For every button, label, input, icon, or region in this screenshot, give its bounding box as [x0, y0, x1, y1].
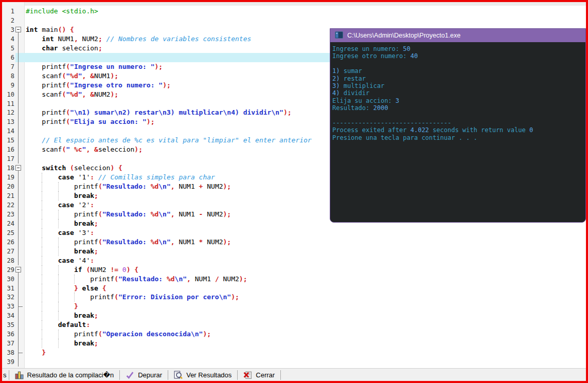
line-number: 11 — [2, 99, 14, 108]
fold-toggle[interactable] — [15, 165, 21, 171]
line-number: 19 — [2, 173, 14, 182]
line-number: 22 — [2, 200, 14, 210]
line-number: 30 — [2, 275, 14, 284]
line-number: 24 — [2, 219, 14, 228]
console-line: 1) sumar — [332, 67, 585, 75]
code-text: printf("Error: Division por cero\n"); — [26, 293, 239, 302]
line-number: 21 — [2, 191, 14, 200]
console-line: Ingrese un numero: 50 — [332, 45, 585, 52]
console-line: 3) multiplicar — [332, 82, 585, 89]
code-line: 27 break; — [2, 247, 586, 256]
line-number: 35 — [2, 320, 14, 330]
code-text: } — [26, 348, 46, 357]
code-line: 31 } else { — [2, 284, 586, 293]
tab-label: Ver Resultados — [186, 371, 231, 379]
line-number: 36 — [2, 330, 14, 339]
code-text: case '4': — [26, 256, 94, 265]
code-text: break; — [26, 219, 98, 228]
code-text: int NUM1, NUM2; // Nombres de variables … — [26, 34, 251, 44]
console-window[interactable]: C:\Users\Admin\Desktop\Proyecto1.exe Ing… — [330, 28, 586, 223]
code-text: printf("Resultado: %d\n", NUM1 - NUM2); — [26, 210, 231, 219]
code-line: 37 break; — [2, 339, 586, 348]
tab-ver-resultados[interactable]: Ver Resultados — [168, 369, 237, 381]
fold-end-tick — [18, 353, 23, 353]
line-number: 25 — [2, 228, 14, 238]
line-number: 7 — [2, 62, 14, 71]
code-text: #include <stdio.h> — [26, 7, 98, 16]
code-text: default: — [26, 320, 90, 330]
line-number: 15 — [2, 136, 14, 145]
code-text: break; — [26, 339, 98, 348]
code-line: 1#include <stdio.h> — [2, 7, 586, 16]
fold-guide-line — [18, 284, 19, 293]
code-line: 2 — [2, 16, 586, 25]
code-text: printf("Resultado: %d\n", NUM1 / NUM2); — [26, 275, 247, 284]
code-text: if (NUM2 != 0) { — [26, 265, 138, 275]
code-line: 28 case '4': — [2, 256, 586, 265]
fold-guide-line — [18, 99, 19, 108]
code-text: printf("Ingrese un numero: "); — [26, 62, 163, 71]
code-line: 35 default: — [2, 320, 586, 330]
code-text: case '3': — [26, 228, 94, 238]
fold-guide-line — [18, 293, 19, 302]
tab-cerrar[interactable]: Cerrar — [238, 369, 280, 381]
fold-toggle[interactable] — [15, 27, 21, 32]
console-title: C:\Users\Admin\Desktop\Proyecto1.exe — [347, 32, 460, 39]
line-number: 29 — [2, 265, 14, 275]
fold-guide-line — [18, 330, 19, 339]
fold-guide-line — [18, 62, 19, 71]
check-icon — [126, 371, 134, 379]
code-text: break; — [26, 191, 98, 200]
line-number: 27 — [2, 247, 14, 256]
fold-guide-line — [18, 126, 19, 136]
console-app-icon — [335, 31, 343, 40]
fold-guide-line — [18, 228, 19, 238]
tab-depurar[interactable]: Depurar — [120, 369, 168, 381]
code-line: 30 printf("Resultado: %d\n", NUM1 / NUM2… — [2, 275, 586, 284]
console-line: Process exited after 4.022 seconds with … — [332, 126, 585, 134]
code-line: 38 } — [2, 348, 586, 357]
tab-label: Resultado de la compilaci�n — [27, 371, 114, 379]
fold-guide-line — [18, 339, 19, 348]
clipped-tab-label[interactable]: s — [2, 371, 9, 379]
close-x-icon — [243, 371, 252, 379]
tab-separator — [280, 370, 281, 380]
code-text: case '1': // Comillas simples para char — [26, 173, 215, 182]
fold-guide-line — [18, 117, 19, 126]
code-text: scanf("%d", &NUM2); — [26, 90, 118, 99]
fold-guide-line — [18, 53, 19, 62]
code-text: int main() { — [26, 25, 74, 34]
code-text: printf("Resultado: %d\n", NUM1 * NUM2); — [26, 238, 231, 247]
console-line: 2) restar — [332, 75, 585, 82]
line-number: 17 — [2, 154, 14, 163]
fold-guide-line — [18, 247, 19, 256]
code-text: printf("Operacion desconocida\n"); — [26, 330, 211, 339]
code-text: char seleccion; — [26, 44, 102, 53]
line-number: 4 — [2, 34, 14, 44]
fold-toggle[interactable] — [15, 267, 21, 272]
code-text: } — [26, 302, 78, 311]
magnifier-icon — [174, 371, 183, 379]
fold-guide-line — [18, 81, 19, 90]
code-line: 34 break; — [2, 311, 586, 320]
tab-resultado-compilacion[interactable]: Resultado de la compilaci�n — [9, 369, 120, 381]
report-tabs-toolbar: s Resultado de la compilaci�nDepurarVer … — [2, 368, 586, 381]
line-number: 16 — [2, 145, 14, 154]
fold-guide-line — [18, 90, 19, 99]
line-number: 31 — [2, 284, 14, 293]
code-line: 33 } — [2, 302, 586, 311]
line-number: 28 — [2, 256, 14, 265]
code-line: 36 printf("Operacion desconocida\n"); — [2, 330, 586, 339]
tab-label: Depurar — [138, 371, 162, 379]
line-number: 26 — [2, 238, 14, 247]
fold-guide-line — [18, 311, 19, 320]
fold-guide-line — [18, 200, 19, 210]
line-number: 20 — [2, 182, 14, 191]
code-text: break; — [26, 311, 98, 320]
console-titlebar[interactable]: C:\Users\Admin\Desktop\Proyecto1.exe — [330, 29, 585, 42]
line-number: 13 — [2, 117, 14, 126]
fold-guide-line — [18, 210, 19, 219]
console-output[interactable]: Ingrese un numero: 50Ingrese otro numero… — [330, 42, 585, 141]
fold-guide-line — [18, 275, 19, 284]
line-number: 2 — [2, 16, 14, 25]
